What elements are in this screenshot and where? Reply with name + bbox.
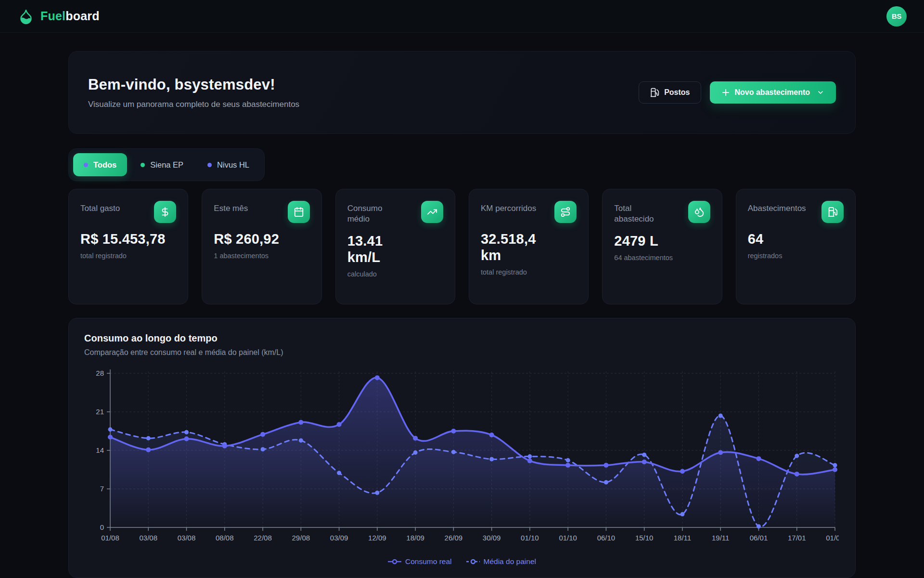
- filter-pill-label: Todos: [93, 160, 116, 170]
- chevron-down-icon: [817, 89, 824, 96]
- svg-text:17/01: 17/01: [788, 534, 806, 542]
- stat-label: Consumo médio: [347, 201, 383, 225]
- stat-value: 13.41 km/L: [347, 233, 443, 265]
- brand-logo: Fuelboard: [17, 8, 100, 25]
- droplets-icon: [688, 201, 710, 223]
- stat-value: 64: [748, 231, 844, 247]
- chart-legend: Consumo realMédia do painel: [84, 557, 840, 566]
- svg-text:01/02: 01/02: [826, 534, 839, 542]
- filter-pill-siena-ep[interactable]: Siena EP: [130, 153, 194, 176]
- legend-label: Média do painel: [484, 557, 536, 566]
- dollar-icon: [154, 201, 176, 223]
- svg-text:08/08: 08/08: [216, 534, 234, 542]
- route-icon: [554, 201, 577, 223]
- stat-label: Este mês: [214, 201, 248, 214]
- legend-item-média-do-painel: Média do painel: [466, 557, 536, 566]
- stat-value: R$ 15.453,78: [80, 231, 176, 247]
- filter-pill-todos[interactable]: Todos: [73, 153, 127, 176]
- svg-text:7: 7: [100, 485, 104, 493]
- svg-text:18/09: 18/09: [406, 534, 424, 542]
- svg-text:29/08: 29/08: [292, 534, 310, 542]
- stat-label: KM percorridos: [481, 201, 536, 214]
- consumption-chart-card: Consumo ao longo do tempo Comparação ent…: [68, 318, 856, 578]
- vehicle-dot-icon: [141, 163, 145, 167]
- svg-text:22/08: 22/08: [254, 534, 272, 542]
- stat-value: 32.518,4 km: [481, 231, 577, 263]
- svg-text:0: 0: [100, 523, 104, 531]
- droplet-logo-icon: [17, 8, 35, 25]
- svg-text:15/10: 15/10: [635, 534, 654, 542]
- svg-text:03/08: 03/08: [139, 534, 157, 542]
- page-subtitle: Visualize um panorama completo de seus a…: [88, 100, 299, 109]
- svg-text:30/09: 30/09: [483, 534, 501, 542]
- calendar-icon: [288, 201, 310, 223]
- legend-item-consumo-real: Consumo real: [388, 557, 452, 566]
- svg-text:03/08: 03/08: [178, 534, 196, 542]
- stat-sublabel: total registrado: [80, 252, 176, 260]
- stat-card: Este mêsR$ 260,921 abastecimentos: [202, 189, 321, 304]
- stat-value: R$ 260,92: [214, 231, 309, 247]
- user-avatar[interactable]: BS: [886, 6, 907, 26]
- chart-subtitle: Comparação entre consumo real e média do…: [84, 348, 840, 357]
- svg-text:19/11: 19/11: [712, 534, 729, 542]
- brand-name: Fuelboard: [40, 9, 100, 23]
- stat-card: Abastecimentos64registrados: [736, 189, 856, 304]
- stat-card: Consumo médio13.41 km/Lcalculado: [335, 189, 455, 304]
- trending-up-icon: [421, 201, 443, 223]
- legend-line-marker-icon: [466, 559, 480, 565]
- stat-label: Total abastecido: [614, 201, 654, 225]
- svg-text:01/08: 01/08: [101, 534, 119, 542]
- svg-text:06/10: 06/10: [597, 534, 616, 542]
- svg-text:03/09: 03/09: [330, 534, 348, 542]
- svg-text:01/10: 01/10: [559, 534, 577, 542]
- page-title: Bem-vindo, bsystemsdev!: [88, 76, 299, 93]
- fuel-pump-icon: [650, 88, 659, 97]
- filter-pill-nivus-hl[interactable]: Nivus HL: [197, 153, 260, 176]
- svg-text:12/09: 12/09: [368, 534, 386, 542]
- stat-sublabel: 1 abastecimentos: [214, 252, 309, 260]
- filter-pill-label: Siena EP: [150, 160, 183, 170]
- svg-text:06/01: 06/01: [750, 534, 768, 542]
- stat-sublabel: 64 abastecimentos: [614, 254, 710, 262]
- stat-sublabel: calculado: [347, 270, 443, 278]
- stat-sublabel: total registrado: [481, 268, 577, 276]
- stat-value: 2479 L: [614, 233, 710, 249]
- svg-text:26/09: 26/09: [445, 534, 463, 542]
- stat-cards-row: Total gastoR$ 15.453,78total registradoE…: [68, 189, 856, 304]
- legend-label: Consumo real: [405, 557, 452, 566]
- stat-card: Total gastoR$ 15.453,78total registrado: [68, 189, 188, 304]
- consumption-line-chart: 0714212801/0803/0803/0808/0822/0829/0803…: [84, 365, 840, 555]
- top-navigation-bar: Fuelboard BS: [0, 0, 924, 33]
- svg-text:28: 28: [96, 369, 104, 377]
- banner-actions: Postos Novo abastecimento: [639, 81, 836, 104]
- stat-label: Total gasto: [80, 201, 120, 214]
- stat-sublabel: registrados: [748, 252, 844, 260]
- legend-line-marker-icon: [388, 559, 401, 565]
- filter-pill-label: Nivus HL: [217, 160, 249, 170]
- vehicle-filter-bar: TodosSiena EPNivus HL: [68, 148, 265, 181]
- stat-card: KM percorridos32.518,4 kmtotal registrad…: [469, 189, 589, 304]
- new-fill-up-button[interactable]: Novo abastecimento: [710, 81, 836, 104]
- main-content: Bem-vindo, bsystemsdev! Visualize um pan…: [68, 51, 856, 578]
- welcome-banner: Bem-vindo, bsystemsdev! Visualize um pan…: [68, 51, 856, 134]
- chart-title: Consumo ao longo do tempo: [84, 333, 840, 344]
- postos-button[interactable]: Postos: [639, 81, 701, 104]
- stat-label: Abastecimentos: [748, 201, 806, 214]
- svg-text:14: 14: [96, 446, 104, 454]
- vehicle-dot-icon: [207, 163, 212, 167]
- svg-text:21: 21: [96, 407, 104, 416]
- vehicle-dot-icon: [84, 163, 88, 167]
- plus-icon: [721, 88, 730, 97]
- stat-card: Total abastecido2479 L64 abastecimentos: [602, 189, 722, 304]
- svg-text:01/10: 01/10: [521, 534, 539, 542]
- fuel-pump-icon: [821, 201, 844, 223]
- svg-text:18/11: 18/11: [674, 534, 691, 542]
